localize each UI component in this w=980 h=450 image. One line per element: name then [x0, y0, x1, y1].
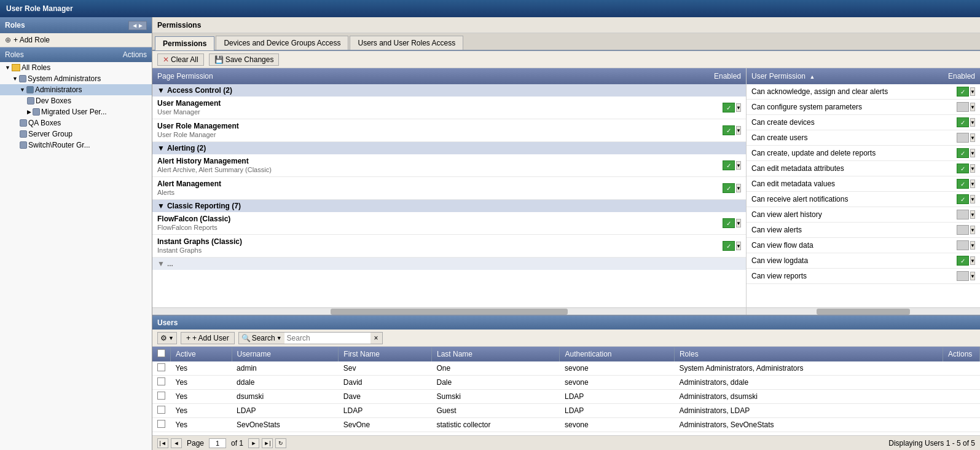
col-auth[interactable]: Authentication	[560, 347, 675, 361]
tab-devices[interactable]: Devices and Device Groups Access	[216, 36, 348, 50]
dropdown-arrow[interactable]: ▼	[970, 195, 975, 203]
checkbox-enabled[interactable]: ✓	[957, 117, 969, 127]
checkbox-enabled[interactable]: ✓	[957, 256, 969, 266]
row-checkbox[interactable]	[157, 392, 165, 400]
dropdown-arrow[interactable]: ▼	[970, 180, 975, 188]
dropdown-arrow[interactable]: ▼	[736, 103, 741, 112]
section-access-control[interactable]: ▼ Access Control (2)	[152, 84, 746, 97]
user-perm-checkbox[interactable]: ▼	[957, 102, 975, 112]
search-input[interactable]	[284, 332, 370, 344]
dropdown-arrow[interactable]: ▼	[970, 272, 975, 280]
checkbox-enabled[interactable]: ✓	[723, 125, 735, 135]
select-all-header[interactable]	[152, 347, 171, 361]
dropdown-arrow[interactable]: ▼	[970, 103, 975, 111]
tree-item-all-roles[interactable]: ▼ All Roles	[0, 62, 152, 73]
checkbox-enabled[interactable]: ✓	[957, 87, 969, 97]
dropdown-arrow[interactable]: ▼	[970, 118, 975, 127]
user-perm-checkbox[interactable]: ▼	[957, 271, 975, 281]
checkbox-disabled[interactable]	[957, 225, 969, 235]
col-lastname[interactable]: Last Name	[431, 347, 559, 361]
col-active[interactable]: Active	[171, 347, 232, 361]
perm-checkbox-cell[interactable]: ✓ ▼	[723, 218, 741, 228]
checkbox-enabled[interactable]: ✓	[723, 218, 735, 228]
tree-item-migrated-user[interactable]: ▶ Migrated User Per...	[0, 106, 152, 117]
dropdown-arrow[interactable]: ▼	[970, 226, 975, 234]
user-perm-checkbox[interactable]: ✓ ▼	[957, 256, 975, 266]
user-perm-checkbox[interactable]: ✓ ▼	[957, 148, 975, 158]
checkbox-enabled[interactable]: ✓	[957, 194, 969, 204]
user-perm-checkbox[interactable]: ▼	[957, 210, 975, 219]
dropdown-arrow[interactable]: ▼	[736, 126, 741, 135]
tree-item-qa-boxes[interactable]: QA Boxes	[0, 117, 152, 128]
section-more[interactable]: ▼ ...	[152, 258, 746, 270]
checkbox-enabled[interactable]: ✓	[723, 160, 735, 170]
dropdown-arrow[interactable]: ▼	[736, 161, 741, 170]
checkbox-disabled[interactable]	[957, 240, 969, 250]
row-checkbox-cell[interactable]	[152, 361, 171, 376]
checkbox-enabled[interactable]: ✓	[723, 241, 735, 251]
dropdown-arrow[interactable]: ▼	[736, 242, 741, 250]
user-perm-checkbox[interactable]: ▼	[957, 133, 975, 143]
col-username[interactable]: Username	[232, 347, 339, 361]
prev-page-button[interactable]: ◄	[171, 438, 182, 448]
first-page-button[interactable]: |◄	[157, 438, 168, 448]
user-perm-checkbox[interactable]: ✓ ▼	[957, 194, 975, 204]
tab-users-roles[interactable]: Users and User Roles Access	[350, 36, 463, 50]
clear-all-button[interactable]: ✕ Clear All	[157, 53, 204, 66]
tab-permissions[interactable]: Permissions	[155, 36, 214, 50]
tree-item-switch-router[interactable]: Switch\Router Gr...	[0, 140, 152, 151]
checkbox-enabled[interactable]: ✓	[957, 179, 969, 189]
collapse-panel-button[interactable]: ◄►	[128, 21, 147, 30]
col-firstname[interactable]: First Name	[339, 347, 432, 361]
checkbox-enabled[interactable]: ✓	[723, 183, 735, 193]
checkbox-enabled[interactable]: ✓	[957, 164, 969, 173]
dropdown-arrow[interactable]: ▼	[736, 184, 741, 192]
tree-item-administrators[interactable]: ▼ Administrators	[0, 84, 152, 95]
user-perm-checkbox[interactable]: ▼	[957, 225, 975, 235]
add-role-button[interactable]: ⊕ + Add Role	[0, 33, 152, 47]
user-perm-checkbox[interactable]: ✓ ▼	[957, 87, 975, 97]
search-dropdown-button[interactable]: 🔍 Search ▼	[238, 332, 284, 344]
clear-search-button[interactable]: ×	[370, 332, 383, 344]
dropdown-arrow[interactable]: ▼	[970, 164, 975, 173]
row-checkbox-cell[interactable]	[152, 418, 171, 432]
tree-item-dev-boxes[interactable]: Dev Boxes	[0, 95, 152, 106]
checkbox-disabled[interactable]	[957, 210, 969, 219]
col-roles[interactable]: Roles	[674, 347, 943, 361]
row-checkbox[interactable]	[157, 363, 165, 371]
dropdown-arrow[interactable]: ▼	[970, 87, 975, 96]
section-alerting[interactable]: ▼ Alerting (2)	[152, 142, 746, 154]
page-perm-hscroll[interactable]	[152, 307, 746, 315]
checkbox-disabled[interactable]	[957, 133, 969, 143]
page-number-input[interactable]	[209, 438, 226, 448]
dropdown-arrow[interactable]: ▼	[736, 219, 741, 227]
user-perm-checkbox[interactable]: ✓ ▼	[957, 164, 975, 173]
checkbox-disabled[interactable]	[957, 271, 969, 281]
last-page-button[interactable]: ►|	[262, 438, 273, 448]
checkbox-disabled[interactable]	[957, 102, 969, 112]
dropdown-arrow[interactable]: ▼	[970, 210, 975, 219]
dropdown-arrow[interactable]: ▼	[970, 256, 975, 265]
settings-gear-button[interactable]: ⚙ ▼	[157, 332, 177, 344]
save-changes-button[interactable]: 💾 Save Changes	[209, 53, 280, 66]
row-checkbox-cell[interactable]	[152, 376, 171, 390]
select-all-checkbox[interactable]	[157, 349, 165, 357]
user-perm-checkbox[interactable]: ✓ ▼	[957, 179, 975, 189]
perm-checkbox-cell[interactable]: ✓ ▼	[723, 160, 741, 170]
user-perm-checkbox[interactable]: ▼	[957, 240, 975, 250]
perm-checkbox-cell[interactable]: ✓ ▼	[723, 125, 741, 135]
dropdown-arrow[interactable]: ▼	[970, 241, 975, 250]
row-checkbox-cell[interactable]	[152, 404, 171, 418]
dropdown-arrow[interactable]: ▼	[970, 133, 975, 142]
perm-checkbox-cell[interactable]: ✓ ▼	[723, 103, 741, 112]
row-checkbox[interactable]	[157, 420, 165, 428]
tree-item-server-group[interactable]: Server Group	[0, 128, 152, 140]
checkbox-enabled[interactable]: ✓	[957, 148, 969, 158]
checkbox-enabled[interactable]: ✓	[723, 103, 735, 112]
tree-item-sys-admins[interactable]: ▼ System Administrators	[0, 73, 152, 84]
dropdown-arrow[interactable]: ▼	[970, 149, 975, 157]
section-classic-reporting[interactable]: ▼ Classic Reporting (7)	[152, 200, 746, 212]
row-checkbox[interactable]	[157, 406, 165, 414]
add-user-button[interactable]: + + Add User	[181, 332, 235, 344]
perm-checkbox-cell[interactable]: ✓ ▼	[723, 183, 741, 193]
